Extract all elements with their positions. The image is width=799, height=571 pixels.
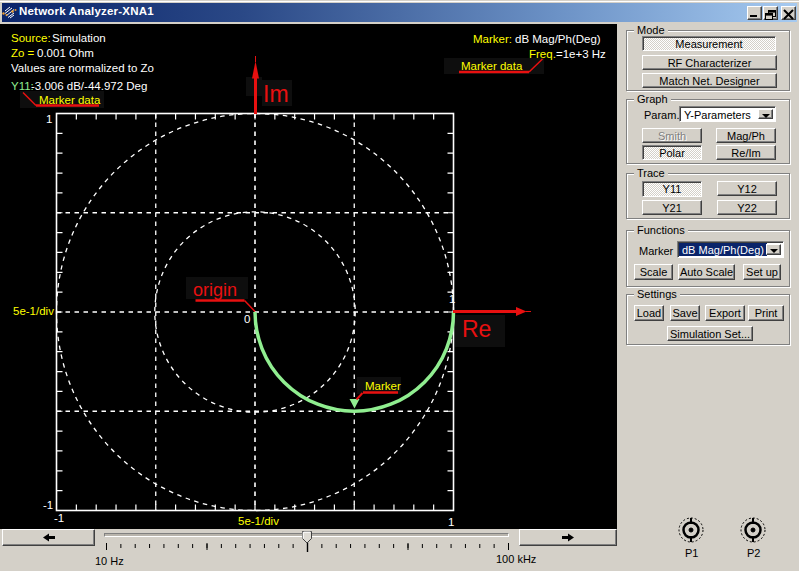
svg-text:Marker data: Marker data (39, 94, 101, 106)
svg-text:Simulation: Simulation (52, 32, 106, 44)
svg-text:0: 0 (244, 313, 250, 325)
svg-text:dB Mag/Ph(Deg): dB Mag/Ph(Deg) (515, 33, 601, 45)
svg-text:Marker data: Marker data (461, 60, 523, 72)
svg-text:Source:: Source: (11, 32, 51, 44)
svg-text:0.001 Ohm: 0.001 Ohm (37, 47, 94, 59)
svg-text:Re: Re (462, 316, 491, 342)
svg-text:5e-1/div: 5e-1/div (13, 305, 54, 317)
svg-text:1: 1 (448, 516, 454, 528)
svg-text:Zo =: Zo = (11, 47, 35, 59)
svg-text:Marker: Marker (365, 380, 401, 392)
svg-text:=1e+3 Hz: =1e+3 Hz (556, 48, 606, 60)
svg-text:1: 1 (449, 293, 455, 305)
svg-text:-1: -1 (43, 499, 53, 511)
svg-text:-3.006 dB/-44.972 Deg: -3.006 dB/-44.972 Deg (31, 80, 147, 92)
svg-text:Marker:: Marker: (473, 33, 512, 45)
svg-text:Values are normalized to Zo: Values are normalized to Zo (11, 62, 154, 74)
svg-text:-1: -1 (54, 512, 64, 524)
svg-text:Freq.: Freq. (529, 48, 556, 60)
svg-text:P1: P1 (685, 547, 698, 559)
svg-text:1: 1 (46, 113, 52, 125)
svg-text:5e-1/div: 5e-1/div (238, 515, 279, 527)
svg-text:P2: P2 (747, 547, 760, 559)
svg-text:origin: origin (193, 280, 237, 300)
svg-text:Im: Im (263, 81, 289, 107)
